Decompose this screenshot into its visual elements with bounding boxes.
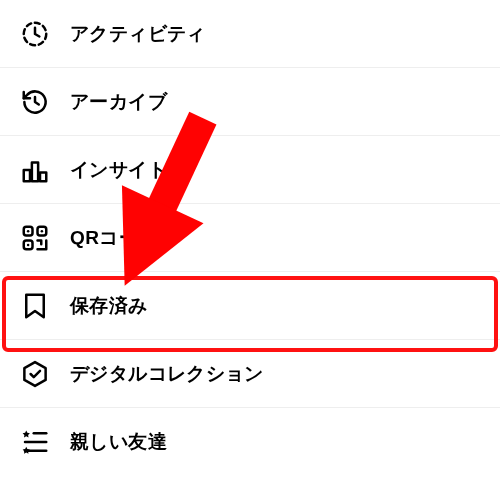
menu-item-digital-collection[interactable]: デジタルコレクション (0, 340, 500, 408)
qr-code-icon (18, 221, 52, 255)
menu-item-archive[interactable]: アーカイブ (0, 68, 500, 136)
activity-icon (18, 17, 52, 51)
hexagon-check-icon (18, 357, 52, 391)
menu-item-label: 保存済み (70, 293, 148, 319)
menu-item-label: 親しい友達 (70, 429, 167, 455)
svg-point-8 (41, 229, 44, 232)
menu-item-label: アーカイブ (70, 89, 167, 115)
svg-point-9 (27, 243, 30, 246)
menu-item-activity[interactable]: アクティビティ (0, 0, 500, 68)
menu-item-label: インサイト (70, 157, 167, 183)
svg-marker-11 (24, 362, 45, 386)
svg-marker-10 (26, 294, 44, 317)
menu-item-label: QRコード (70, 225, 157, 251)
bookmark-icon (18, 289, 52, 323)
menu-item-insights[interactable]: インサイト (0, 136, 500, 204)
svg-rect-3 (40, 172, 46, 181)
svg-marker-16 (23, 447, 30, 454)
menu-item-saved[interactable]: 保存済み (0, 272, 500, 340)
insights-icon (18, 153, 52, 187)
svg-rect-2 (32, 162, 38, 181)
svg-rect-1 (24, 170, 30, 181)
menu-item-label: デジタルコレクション (70, 361, 264, 387)
settings-menu: アクティビティ アーカイブ インサイト QRコード 保存済み デジタルコレクショ… (0, 0, 500, 476)
menu-item-qr-code[interactable]: QRコード (0, 204, 500, 272)
menu-item-close-friends[interactable]: 親しい友達 (0, 408, 500, 476)
svg-point-7 (27, 229, 30, 232)
star-list-icon (18, 425, 52, 459)
archive-icon (18, 85, 52, 119)
menu-item-label: アクティビティ (70, 21, 206, 47)
svg-marker-12 (23, 431, 30, 438)
